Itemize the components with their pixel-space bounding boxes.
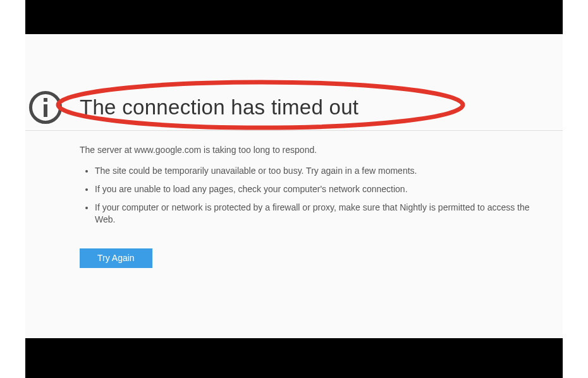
error-description: The server at www.google.com is taking t… xyxy=(25,131,563,155)
actions-row: Try Again xyxy=(25,232,563,268)
error-suggestions-list: The site could be temporarily unavailabl… xyxy=(25,155,563,226)
letterbox-top xyxy=(25,0,563,34)
list-item: If you are unable to load any pages, che… xyxy=(95,183,550,195)
info-icon xyxy=(29,91,62,124)
error-page: The connection has timed out The server … xyxy=(25,34,563,338)
error-title: The connection has timed out xyxy=(80,95,358,119)
try-again-button[interactable]: Try Again xyxy=(80,248,152,268)
page-frame: The connection has timed out The server … xyxy=(25,0,563,378)
error-header-row: The connection has timed out xyxy=(25,91,563,131)
list-item: If your computer or network is protected… xyxy=(95,202,550,226)
letterbox-bottom xyxy=(25,338,563,378)
list-item: The site could be temporarily unavailabl… xyxy=(95,165,550,177)
